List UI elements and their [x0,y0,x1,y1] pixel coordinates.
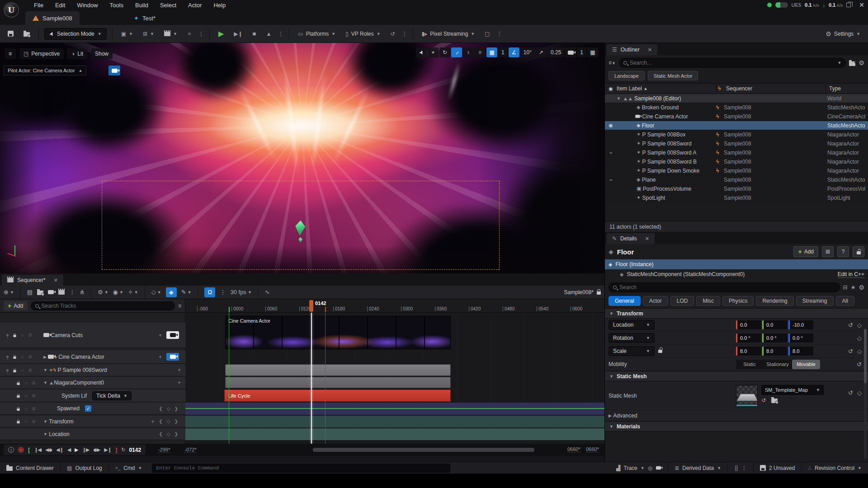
visibility-column-eye-icon[interactable]: ◉ [605,86,617,92]
world-dropdown[interactable]: ⊕▼ [4,289,14,296]
to-end-icon[interactable]: ▶❙ [104,447,111,453]
camera-speed-button[interactable] [565,47,576,57]
transform-lane[interactable] [185,416,604,427]
move-tool-button[interactable]: ⌖ [428,47,439,57]
platforms-dropdown[interactable]: ▭Platforms▼ [295,28,339,40]
timeline-ruler[interactable]: -060 0000 0060 0120 0180 0240 0300 0360 … [185,299,604,312]
viewport-options-button[interactable]: ≡ [5,48,16,59]
create-asset-icon[interactable]: ▤ [27,289,33,296]
filter-chip-static-mesh-actor[interactable]: Static Mesh Actor [648,71,698,80]
tab-level-sample008[interactable]: Sample008 [25,11,80,25]
select-tool-button[interactable]: ➤ [416,47,427,57]
track-transform[interactable]: ∩⊘ ▼ Transform + ❮◇❯ [0,416,185,427]
rotation-dropdown[interactable]: Rotation▼ [609,333,655,343]
maximize-viewport-button[interactable]: ▦ [587,47,598,57]
collapse-icon[interactable]: ▼ [43,368,47,372]
to-start-icon[interactable]: ❙◀ [34,447,41,453]
keyframe-options-dropdown[interactable]: ◇▼ [151,289,161,296]
browse-content-button[interactable] [20,28,33,40]
keyframe-icon[interactable]: ◇ [857,348,862,355]
cmd-dropdown[interactable]: >_ Cmd▼ [109,462,149,474]
outliner-search-input[interactable] [630,60,835,66]
playhead-line[interactable] [311,313,312,444]
world-space-button[interactable]: ♁ [463,47,474,57]
sequence-breadcrumb[interactable]: Sample008* [564,289,594,296]
mute-icon[interactable]: ⊘ [32,419,35,424]
view-range-end[interactable]: 0660* [586,446,599,452]
tab-streaming[interactable]: Streaming [796,296,834,306]
close-window-icon[interactable]: ✕ [854,1,864,9]
location-z-field[interactable]: -10.0 [788,320,813,329]
eye-open-icon[interactable]: ◉ [605,122,617,128]
keyframe-nav[interactable]: ❮◇❯ [159,406,178,411]
keyframe-nav[interactable]: ❮◇❯ [159,419,178,424]
revision-control-dropdown[interactable]: ∴ Revision Control▼ [802,462,868,474]
pilot-actor-bar[interactable]: Pilot Actor: Cine Camera Actor ▲ [4,66,86,75]
mobility-movable[interactable]: Movable [792,360,820,369]
step-back-icon[interactable]: ◀❙ [56,447,63,453]
play-button[interactable]: ▶ [215,28,227,40]
stop-button[interactable]: ■ [250,28,259,40]
menu-select[interactable]: Select [155,0,181,10]
mute-icon[interactable]: ⊘ [32,406,35,411]
outliner-row[interactable]: ✶ P Sample 008Box ϟSample008 NiagaraActo… [605,130,868,139]
keyframe-icon[interactable]: ◇ [857,322,862,328]
surface-snap-button[interactable]: ⌗ [475,47,486,57]
toolbar-overflow-icon[interactable]: ⋮ [198,31,204,37]
output-log-button[interactable]: ▤ Output Log [61,462,109,474]
outliner-row[interactable]: ◈ Broken Ground ϟSample008 StaticMeshAct… [605,103,868,112]
lock-icon[interactable] [17,421,19,423]
cinematics-dropdown[interactable]: ▼ [161,28,180,40]
lock-icon[interactable] [13,335,16,337]
console-command-input[interactable] [152,464,450,473]
show-dropdown[interactable]: Show [91,48,113,59]
track-location[interactable]: ▼ Location ❮◇❯ [0,428,185,440]
outliner-tab[interactable]: ☰ Outliner ✕ [607,44,657,55]
info-icon[interactable]: i [8,447,14,453]
outliner-row[interactable]: Cine Camera Actor ϟSample008 CineCameraA… [605,112,868,121]
outliner-search-box[interactable]: ▼ [619,58,846,68]
pilot-camera-toggle[interactable] [166,353,179,361]
curve-editor-button[interactable]: ∿ [265,289,270,296]
scale-x-field[interactable]: 8.0 [736,347,761,356]
solo-icon[interactable]: ∩ [24,380,28,385]
component-row-staticmesh[interactable]: ◈ StaticMeshComponent (StaticMeshCompone… [605,269,868,279]
browse-to-asset-icon[interactable] [771,399,778,403]
step-forward-icon[interactable]: ❙▶ [82,447,90,453]
lock-icon[interactable] [17,408,19,411]
blueprints-dropdown[interactable]: ⊞▼ [140,28,157,40]
next-key-icon[interactable]: ◆▶ [93,447,100,453]
static-mesh-thumbnail[interactable] [736,385,758,407]
advanced-expander[interactable]: ▶ Advanced [605,410,868,421]
tab-asset-test[interactable]: ✦ Test* [127,11,163,25]
prev-key-icon[interactable]: ◀◆ [45,447,52,453]
lit-dropdown[interactable]: ◑Lit [67,48,87,59]
add-section-icon[interactable]: + [178,367,181,373]
seq-overflow-icon[interactable]: ⋮ [69,289,75,296]
insights-icon[interactable]: ◎ [648,465,652,471]
mute-icon[interactable]: ⊘ [32,380,35,385]
playback-end-marker[interactable] [325,307,326,312]
render-movie-icon[interactable] [58,290,65,295]
camera-cut-filmstrip[interactable]: Cine Camera Actor [225,316,451,349]
reset-mesh-icon[interactable]: ↺ [848,389,853,396]
playhead-handle[interactable] [309,300,313,312]
menu-actor[interactable]: Actor [183,0,207,10]
collapse-icon[interactable]: ▼ [43,380,47,385]
tab-rendering[interactable]: Rendering [756,296,793,306]
display-filter-icon[interactable]: ⊟ [843,284,848,291]
working-range-start[interactable]: -072* [184,447,196,453]
tab-actor[interactable]: Actor [643,296,668,306]
preview-mode-button[interactable]: ✧ [184,28,195,40]
outliner-row[interactable]: ✶ P Sample 008Sword B ϟSample008 Niagara… [605,157,868,166]
tick-delta-dropdown[interactable]: Tick Delta▼ [92,391,132,400]
edit-mode-dropdown[interactable]: ✎▼ [181,289,192,296]
playback-options-dropdown[interactable]: ✧▼ [128,289,138,296]
rotation-snap-button[interactable]: ∠ [509,47,519,57]
working-range-end[interactable]: 0660* [567,446,580,452]
selection-mode-dropdown[interactable]: ➤ Selection Mode ▼ [44,28,107,40]
eye-closed-icon[interactable]: ⌣ [605,150,617,155]
save-button[interactable] [5,28,17,40]
outliner-settings-icon[interactable]: ⚙ [859,59,864,66]
record-icon[interactable] [18,447,24,453]
